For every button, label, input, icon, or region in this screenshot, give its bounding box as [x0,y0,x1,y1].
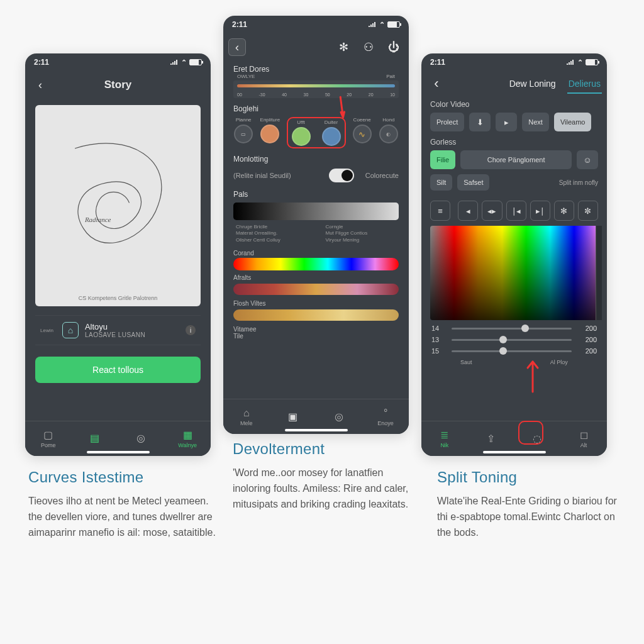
caption-title: Split Toning [437,469,626,486]
preset-hond[interactable]: Hond◐ [379,117,399,143]
pill-file[interactable]: Filie [430,150,455,169]
section-eret: Eret Dores [223,61,409,75]
tab-home[interactable]: ▢Pome [25,421,72,456]
value-strip[interactable] [596,226,602,320]
split-label: Split inm nofly [559,179,598,186]
section-atalts: Afralts [223,272,409,281]
slider-label: 15 [431,347,445,355]
annotation-highlight [518,421,543,445]
section-color-video: Color Video [430,100,598,109]
slabel-right: Al Ploy [550,359,568,365]
section-vitanse: Vitamee [223,323,409,333]
grayscale-gradient[interactable] [233,203,399,220]
wifi-icon: ⌃ [181,58,187,67]
skip-back-icon[interactable]: ∣◂ [506,201,526,221]
tone-ruler[interactable]: 00 -30 40 30 50 20 20 10 [233,80,399,98]
hue-bar-atalts[interactable] [233,284,399,295]
wifi-icon: ⌃ [379,21,385,29]
back-icon[interactable]: ‹ [30,75,50,95]
slider-value: 200 [578,336,597,343]
color-field[interactable] [430,226,598,320]
info-row[interactable]: Lewin ⌂ Altoyu LAOSAVE LUSANN i [35,315,201,345]
back-icon[interactable]: ‹ [426,74,447,94]
power-icon[interactable]: ⏻ [384,37,404,57]
pill-chore[interactable]: Chore Pängloment [460,150,572,169]
list-icon[interactable]: ≡ [430,201,450,221]
caption-body: 'Word me..oor mosey for lanatfien inolor… [233,465,421,512]
tick: 50 [325,92,330,97]
section-pals: Pals [223,186,409,200]
dot-icon: ◐ [379,125,398,143]
box-icon: ▢ [43,429,53,441]
drawing-canvas[interactable]: Radiance CS Kompetens Gritle Palotrenn [35,105,201,306]
tab-delierus[interactable]: Delierus [567,74,602,94]
preset-coeene[interactable]: Coeene∿ [352,117,372,143]
caption-devolterment: Devolterment 'Word me..oor mosey for lan… [233,440,421,512]
monlot-sub: (Relite inial Seudil) [233,172,291,179]
pill-silt[interactable]: Silt [430,174,452,191]
slider-2[interactable]: 13 200 [421,334,607,345]
pill-next[interactable]: Next [522,113,549,131]
tab-nik[interactable]: ≣Nik [421,421,468,456]
tab-label: Nik [440,442,448,448]
person-icon: ◻ [580,429,588,441]
signal-icon [566,59,575,65]
bars-icon: ≣ [440,429,448,441]
preset-enpliture[interactable]: Enpliture [260,117,280,143]
info-name: Altoyu [85,322,145,331]
wave-icon: ∿ [353,125,372,143]
download-icon[interactable]: ⬇ [469,113,491,131]
tab-walnye[interactable]: ▦Walnye [164,421,211,456]
skip-fwd-icon[interactable]: ▸∣ [530,201,550,221]
info-sidelabel: Lewin [40,328,53,333]
emoji-icon[interactable]: ☺ [577,150,598,169]
phone-story: 2:11 ⌃ ‹ Story Radiance CS Kompetens Gri… [25,53,211,456]
slider-label: 13 [431,336,445,343]
hue-bar-corand[interactable] [233,258,399,270]
info-icon[interactable]: i [186,325,196,335]
pill-satset[interactable]: Safset [457,174,489,191]
person-icon[interactable]: ⚇ [358,37,379,57]
caption-split-toning: Split Toning Wlate'ihe Real-Ente Griding… [437,469,626,540]
pill-vileamo[interactable]: Vileamo [554,113,592,131]
tab-label: Alt [580,442,587,448]
preset-ufft[interactable]: Ufft [289,119,313,146]
section-monlotting: Monlotting [223,151,409,165]
settings-icon[interactable]: ✼ [578,201,598,221]
gear-icon[interactable]: ✻ [333,37,353,57]
hue-bar-vitanse[interactable] [233,309,399,321]
clock: 2:11 [430,58,445,67]
step-back-icon[interactable]: ◂▸ [482,201,502,221]
pin-icon: ◎ [335,411,343,423]
pill-prolect[interactable]: Prolect [430,113,464,131]
screen-title: Story [25,79,211,91]
share-icon: ⇪ [487,433,495,445]
preset-row: Planne▭ Enpliture Ufft Dulter Coeene∿ Ho… [223,114,409,151]
tab-label: Walnye [178,442,197,448]
navbar: ‹ Story [25,71,211,99]
gear-icon[interactable]: ✻ [554,201,574,221]
caption-body: Wlate'ihe Real-Ente Griding o biariou fo… [437,494,626,540]
tick: 00 [237,92,242,97]
tab-dew-loning[interactable]: Dew Loning [508,74,557,94]
tab-enoye[interactable]: °Enoye [362,399,409,434]
tab-alt[interactable]: ◻Alt [560,421,607,456]
monlotting-toggle[interactable] [329,169,354,182]
tick: 20 [347,92,352,97]
slider-1[interactable]: 14 200 [421,323,607,334]
play-icon[interactable]: ▸ [496,113,517,131]
monlot-right: Colorecute [365,172,399,179]
back-icon[interactable]: ‹ [228,38,246,56]
color-dot [292,127,311,146]
preset-planne[interactable]: Planne▭ [233,117,253,143]
slider-3[interactable]: 15 200 [421,345,607,357]
caption-title: Curves Istestime [28,469,217,486]
battery-icon [586,59,598,65]
chip-label: Ufft [297,119,304,125]
folder-icon: ▭ [234,125,253,143]
tab-mele[interactable]: ⌂Mele [223,399,270,434]
primary-cta-button[interactable]: React tollous [35,357,201,383]
tick: 10 [390,92,395,97]
prev-icon[interactable]: ◂ [458,201,478,221]
monlotting-row: (Relite inial Seudil) Colorecute [223,165,409,186]
